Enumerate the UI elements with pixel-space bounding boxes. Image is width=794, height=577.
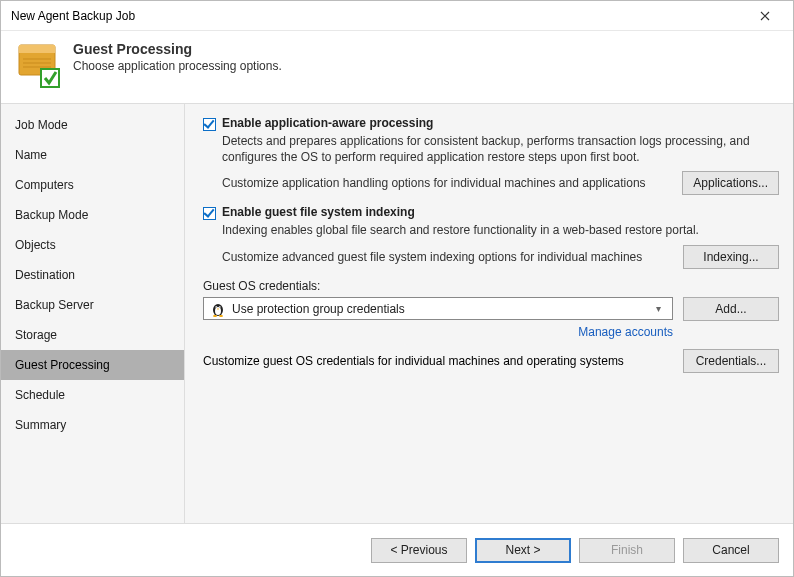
svg-point-14 bbox=[219, 315, 223, 317]
app-aware-section: Enable application-aware processing Dete… bbox=[203, 116, 779, 195]
sidebar-item-backup-mode[interactable]: Backup Mode bbox=[1, 200, 184, 230]
wizard-header-text: Guest Processing Choose application proc… bbox=[73, 41, 282, 73]
page-title: Guest Processing bbox=[73, 41, 282, 57]
wizard-body: Job Mode Name Computers Backup Mode Obje… bbox=[1, 103, 793, 524]
sidebar-item-destination[interactable]: Destination bbox=[1, 260, 184, 290]
svg-point-13 bbox=[213, 315, 217, 317]
page-subtitle: Choose application processing options. bbox=[73, 59, 282, 73]
sidebar-item-summary[interactable]: Summary bbox=[1, 410, 184, 440]
wizard-header: Guest Processing Choose application proc… bbox=[1, 31, 793, 103]
wizard-content: Enable application-aware processing Dete… bbox=[185, 104, 793, 523]
svg-rect-1 bbox=[19, 45, 55, 53]
app-aware-label: Enable application-aware processing bbox=[222, 116, 433, 130]
next-button[interactable]: Next > bbox=[475, 538, 571, 563]
sidebar-item-backup-server[interactable]: Backup Server bbox=[1, 290, 184, 320]
indexing-label: Enable guest file system indexing bbox=[222, 205, 415, 219]
finish-button: Finish bbox=[579, 538, 675, 563]
add-credentials-button[interactable]: Add... bbox=[683, 297, 779, 321]
credentials-section: Guest OS credentials: bbox=[203, 279, 779, 373]
previous-button[interactable]: < Previous bbox=[371, 538, 467, 563]
credentials-label: Guest OS credentials: bbox=[203, 279, 779, 293]
dialog-window: New Agent Backup Job Guest Processing Ch… bbox=[0, 0, 794, 577]
close-icon bbox=[760, 11, 770, 21]
sidebar-item-job-mode[interactable]: Job Mode bbox=[1, 110, 184, 140]
wizard-sidebar: Job Mode Name Computers Backup Mode Obje… bbox=[1, 104, 185, 523]
sidebar-item-computers[interactable]: Computers bbox=[1, 170, 184, 200]
penguin-icon bbox=[210, 301, 226, 317]
svg-rect-5 bbox=[41, 69, 59, 87]
sidebar-item-schedule[interactable]: Schedule bbox=[1, 380, 184, 410]
window-title: New Agent Backup Job bbox=[11, 9, 745, 23]
svg-point-7 bbox=[215, 307, 221, 315]
app-aware-checkbox[interactable] bbox=[203, 118, 216, 131]
titlebar: New Agent Backup Job bbox=[1, 1, 793, 31]
indexing-checkbox[interactable] bbox=[203, 207, 216, 220]
chevron-down-icon: ▾ bbox=[650, 303, 666, 314]
credentials-button[interactable]: Credentials... bbox=[683, 349, 779, 373]
sidebar-item-name[interactable]: Name bbox=[1, 140, 184, 170]
indexing-button[interactable]: Indexing... bbox=[683, 245, 779, 269]
indexing-section: Enable guest file system indexing Indexi… bbox=[203, 205, 779, 268]
applications-button[interactable]: Applications... bbox=[682, 171, 779, 195]
credentials-combobox[interactable]: Use protection group credentials ▾ bbox=[203, 297, 673, 320]
cancel-button[interactable]: Cancel bbox=[683, 538, 779, 563]
manage-accounts-link[interactable]: Manage accounts bbox=[578, 325, 673, 339]
svg-point-10 bbox=[216, 306, 217, 307]
svg-point-11 bbox=[219, 306, 220, 307]
indexing-desc: Indexing enables global file search and … bbox=[222, 222, 779, 238]
sidebar-item-guest-processing[interactable]: Guest Processing bbox=[1, 350, 184, 380]
credentials-customize-text: Customize guest OS credentials for indiv… bbox=[203, 354, 624, 368]
credentials-selected: Use protection group credentials bbox=[232, 302, 650, 316]
close-button[interactable] bbox=[745, 2, 785, 30]
app-aware-desc: Detects and prepares applications for co… bbox=[222, 133, 779, 165]
app-aware-customize-text: Customize application handling options f… bbox=[222, 176, 656, 190]
wizard-icon bbox=[15, 41, 63, 89]
indexing-customize-text: Customize advanced guest file system ind… bbox=[222, 250, 652, 264]
wizard-footer: < Previous Next > Finish Cancel bbox=[1, 524, 793, 576]
sidebar-item-storage[interactable]: Storage bbox=[1, 320, 184, 350]
sidebar-item-objects[interactable]: Objects bbox=[1, 230, 184, 260]
